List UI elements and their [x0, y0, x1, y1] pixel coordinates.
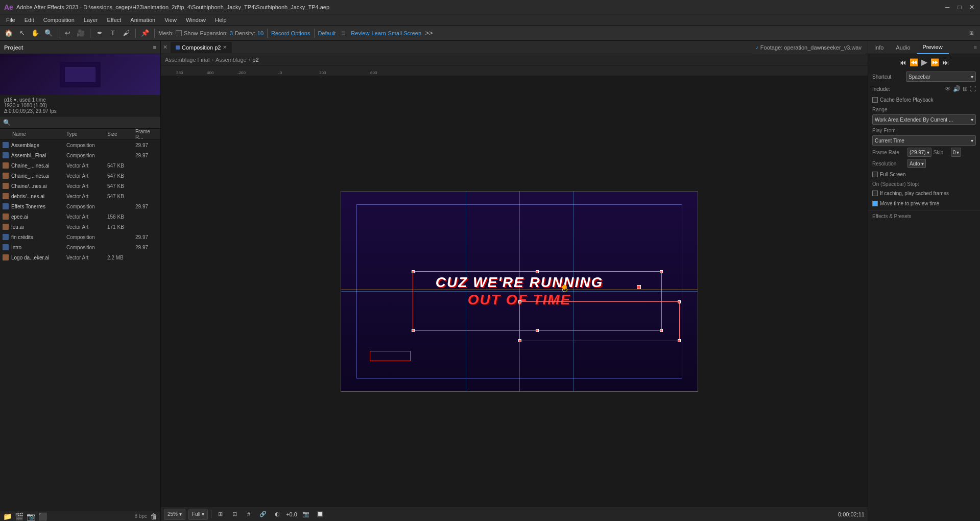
snap-btn[interactable]: 🔗 — [257, 509, 269, 520]
handle-tm[interactable] — [536, 270, 539, 273]
camera-btn[interactable]: 📷 — [300, 509, 312, 520]
more-workspaces[interactable]: >> — [423, 28, 435, 39]
video-include-icon[interactable]: 👁 — [945, 85, 951, 92]
comp-canvas[interactable]: CUZ WE'RE RUNNING OUT OF TIME — [341, 191, 698, 392]
menu-layer[interactable]: Layer — [80, 16, 102, 24]
project-list-item[interactable]: Logo da...eker.aiVector Art2.2 MB — [0, 252, 160, 263]
text-tool[interactable]: T — [107, 28, 118, 39]
new-comp-btn[interactable]: 🎬 — [15, 512, 23, 520]
zoom-tool[interactable]: 🔍 — [43, 28, 54, 39]
range-dropdown[interactable]: Work Area Extended By Current ... ▾ — [872, 114, 976, 125]
resolution-dropdown[interactable]: Auto ▾ — [907, 159, 926, 168]
zoom-dropdown[interactable]: 25% ▾ — [164, 509, 185, 520]
menu-animation[interactable]: Animation — [126, 16, 159, 24]
menu-file[interactable]: File — [2, 16, 19, 24]
new-folder-btn[interactable]: 📁 — [3, 512, 12, 520]
cache-checkbox[interactable] — [872, 97, 878, 103]
menu-help[interactable]: Help — [211, 16, 231, 24]
handle-time-tl[interactable] — [518, 300, 521, 303]
hand-tool[interactable]: ✋ — [30, 28, 41, 39]
handle-time-br[interactable] — [678, 339, 681, 342]
workspace-options[interactable]: ≡ — [338, 28, 349, 39]
search-input[interactable] — [13, 120, 157, 126]
handle-time-tr[interactable] — [678, 300, 681, 303]
project-list-item[interactable]: Effets TonerresComposition29.97 — [0, 201, 160, 211]
step-back-btn[interactable]: ⏪ — [910, 58, 918, 66]
move-time-checkbox[interactable] — [872, 201, 878, 206]
safe-zones-btn[interactable]: ⊡ — [229, 509, 240, 520]
full-include-icon[interactable]: ⛶ — [970, 85, 976, 92]
menu-composition[interactable]: Composition — [39, 16, 79, 24]
tab-composition-p2[interactable]: Composition p2 ✕ — [171, 42, 232, 53]
comp-viewer[interactable]: 380 400 -200 -0 200 600 — [161, 65, 868, 507]
project-list-item[interactable]: Chaine/...nes.aiVector Art547 KB — [0, 181, 160, 191]
project-list-item[interactable]: AssemblageComposition29.97 — [0, 140, 160, 150]
learn-btn[interactable]: Learn — [371, 30, 386, 36]
pen-tool[interactable]: ✒ — [94, 28, 105, 39]
if-caching-checkbox[interactable] — [872, 191, 878, 196]
small-screen-btn[interactable]: Small Screen — [388, 30, 421, 36]
skip-to-start-btn[interactable]: ⏮ — [899, 58, 906, 66]
fullscreen-checkbox[interactable] — [872, 172, 878, 177]
project-list-item[interactable]: feu.aiVector Art171 KB — [0, 222, 160, 232]
rotate-tool[interactable]: ↩ — [62, 28, 73, 39]
grid-btn[interactable]: # — [243, 509, 254, 520]
project-list-item[interactable]: Chaine_...ines.aiVector Art547 KB — [0, 171, 160, 181]
handle-tl[interactable] — [412, 270, 415, 273]
minimize-button[interactable]: ─ — [943, 3, 951, 11]
project-list-item[interactable]: debris/...nes.aiVector Art547 KB — [0, 191, 160, 201]
overflow-include-icon[interactable]: ⊞ — [963, 85, 968, 92]
new-solid-btn[interactable]: ⬛ — [38, 512, 47, 520]
menu-window[interactable]: Window — [182, 16, 210, 24]
project-list-item[interactable]: epee.aiVector Art156 KB — [0, 211, 160, 222]
handle-time-bl[interactable] — [518, 339, 521, 342]
panel-tab-bar: Info Audio Preview ≡ — [868, 41, 980, 54]
new-footage-btn[interactable]: 📷 — [27, 512, 35, 520]
menu-effect[interactable]: Effect — [103, 16, 125, 24]
tab-preview[interactable]: Preview — [917, 41, 949, 54]
play-pause-btn[interactable]: ▶ — [921, 57, 927, 67]
frame-rate-dropdown[interactable]: (29.97) ▾ — [907, 148, 931, 157]
responsive-design[interactable]: ⊞ — [966, 28, 977, 39]
project-list-item[interactable]: IntroComposition29.97 — [0, 242, 160, 252]
close-button[interactable]: ✕ — [968, 3, 976, 11]
fit-frame-btn[interactable]: ⊞ — [214, 509, 226, 520]
project-item-size: 547 KB — [107, 173, 135, 179]
puppet-pin[interactable]: 📌 — [139, 28, 151, 39]
end-handle[interactable] — [637, 285, 641, 289]
close-comp-tab[interactable]: ✕ — [163, 44, 168, 51]
project-list-item[interactable]: fin créditsComposition29.97 — [0, 232, 160, 242]
audio-include-icon[interactable]: 🔊 — [953, 85, 961, 92]
menu-edit[interactable]: Edit — [20, 16, 38, 24]
exposure-btn[interactable]: ◐ — [272, 509, 283, 520]
panel-options[interactable]: ≡ — [971, 44, 980, 51]
project-list-item[interactable]: Chaine_...ines.aiVector Art547 KB — [0, 160, 160, 171]
record-options-btn[interactable]: Record Options — [271, 30, 310, 36]
handle-tr[interactable] — [660, 270, 663, 273]
breadcrumb-assemblage[interactable]: Assemblage — [216, 57, 247, 63]
mesh-checkbox[interactable] — [176, 30, 182, 36]
quality-dropdown[interactable]: Full ▾ — [188, 509, 208, 520]
play-from-dropdown[interactable]: Current Time ▾ — [872, 135, 976, 146]
handle-bl[interactable] — [412, 329, 415, 332]
tab-info[interactable]: Info — [868, 41, 890, 54]
camera-orbit[interactable]: 🎥 — [75, 28, 86, 39]
select-tool[interactable]: ↖ — [16, 28, 28, 39]
delete-btn[interactable]: 🗑 — [150, 512, 157, 520]
menu-view[interactable]: View — [160, 16, 181, 24]
step-forward-btn[interactable]: ⏩ — [930, 58, 939, 66]
breadcrumb-assemblage-final[interactable]: Assemblage Final — [165, 57, 209, 63]
brush-tool[interactable]: 🖌 — [121, 28, 132, 39]
comp-tab-close[interactable]: ✕ — [223, 44, 227, 50]
skip-to-end-btn[interactable]: ⏭ — [942, 58, 949, 66]
project-menu[interactable]: ≡ — [153, 44, 156, 51]
project-list-item[interactable]: Assembl._FinalComposition29.97 — [0, 150, 160, 160]
tab-audio[interactable]: Audio — [890, 41, 916, 54]
footage-tab[interactable]: ♪ Footage: operation_dawnseeker_v3.wav — [752, 41, 866, 54]
home-button[interactable]: 🏠 — [3, 28, 14, 39]
skip-dropdown[interactable]: 0 ▾ — [951, 148, 962, 157]
shortcut-dropdown[interactable]: Spacebar ▾ — [906, 72, 976, 82]
maximize-button[interactable]: □ — [955, 3, 964, 11]
color-manage-btn[interactable]: 🔲 — [315, 509, 326, 520]
review-btn[interactable]: Review — [351, 30, 369, 36]
